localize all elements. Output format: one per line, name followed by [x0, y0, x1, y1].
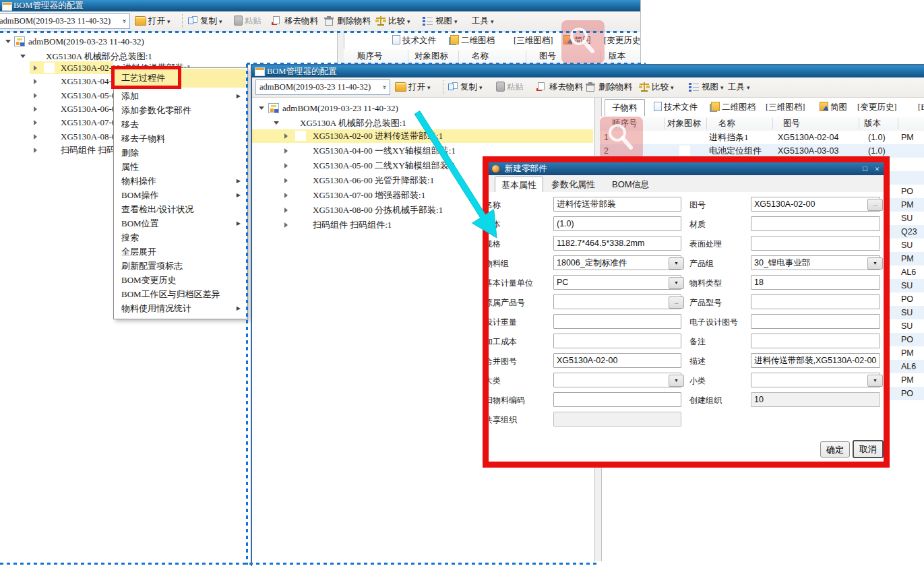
- table-row[interactable]: 1 进料挡条1 XG5130A-02-04 (1.0) PM: [600, 131, 924, 144]
- bom-item-icon: [295, 205, 306, 215]
- bom-item-icon: [44, 63, 55, 73]
- tab-2d-drawing[interactable]: 二维图档: [711, 99, 756, 115]
- tree-item-row[interactable]: XG5130A-02-00 进料传送带部装:1: [30, 61, 113, 74]
- view-button[interactable]: 视图: [689, 80, 724, 94]
- annotation-arrow: [404, 100, 512, 245]
- bom-root-icon: [268, 103, 279, 113]
- menu-item[interactable]: 全层展开: [115, 245, 246, 259]
- scales-icon: [639, 82, 650, 92]
- delete-material-button[interactable]: 删除物料: [324, 13, 371, 28]
- collapsed-arrow-icon[interactable]: [34, 79, 37, 84]
- open-button[interactable]: 打开: [395, 80, 431, 94]
- tab-3d-drawing[interactable]: [三维图档]: [514, 32, 553, 49]
- menu-item[interactable]: 物料使用情况统计 ▶: [115, 301, 246, 315]
- document-icon: [654, 102, 662, 111]
- table-row[interactable]: 2 电池定位组件 XG5130A-03-03 (1.0): [600, 144, 924, 158]
- window1-bom-combo[interactable]: admBOM(2019-03-23 11-40-32): [0, 13, 130, 29]
- submenu-arrow-icon: ▶: [237, 174, 241, 188]
- collapsed-arrow-icon[interactable]: [284, 193, 288, 198]
- selection-dashed-line: [247, 63, 646, 65]
- scales-icon: [375, 16, 386, 26]
- submenu-arrow-icon: ▶: [237, 188, 241, 202]
- menu-item[interactable]: BOM变更历史: [115, 273, 246, 287]
- paste-icon: [234, 15, 243, 26]
- open-button[interactable]: 打开: [135, 13, 171, 28]
- bom-item-icon: [44, 131, 55, 142]
- collapsed-arrow-icon[interactable]: [284, 133, 288, 139]
- tab-bom-cut[interactable]: [BO: [918, 99, 924, 115]
- paste-button[interactable]: 粘贴: [496, 80, 524, 94]
- tab-sub-material[interactable]: 子物料: [605, 99, 645, 116]
- window2-bom-combo[interactable]: admBOM(2019-03-23 11-40-32): [255, 80, 390, 95]
- menu-item[interactable]: 添加参数化零部件: [115, 103, 246, 117]
- menu-item[interactable]: BOM操作 ▶: [115, 188, 246, 202]
- collapsed-arrow-icon[interactable]: [284, 208, 288, 213]
- bom-item-icon: [295, 131, 306, 141]
- document-icon: [392, 35, 400, 44]
- collapsed-arrow-icon[interactable]: [284, 178, 288, 183]
- compare-button[interactable]: 比较: [639, 80, 674, 94]
- trash-icon: [586, 82, 596, 92]
- compare-button[interactable]: 比较: [375, 13, 410, 28]
- collapsed-arrow-icon[interactable]: [34, 65, 37, 71]
- menu-item[interactable]: 搜索: [115, 230, 246, 245]
- view-list-icon: [423, 16, 433, 26]
- collapsed-arrow-icon[interactable]: [34, 106, 37, 112]
- collapsed-arrow-icon[interactable]: [284, 163, 288, 168]
- expanded-arrow-icon[interactable]: [20, 55, 26, 58]
- tree-root-row[interactable]: admBOM(2019-03-23 11-40-32): [0, 35, 249, 48]
- bom-item-icon: [44, 90, 55, 100]
- trash-icon: [324, 16, 335, 26]
- tools-button[interactable]: 工具: [728, 80, 750, 94]
- expanded-arrow-icon[interactable]: [274, 121, 279, 125]
- collapsed-arrow-icon[interactable]: [34, 120, 37, 125]
- remove-material-button[interactable]: 移去物料: [536, 80, 583, 94]
- tab-change-history[interactable]: [变更历史]: [604, 32, 641, 49]
- collapsed-arrow-icon[interactable]: [284, 148, 288, 154]
- drawing-icon: [711, 102, 720, 111]
- menu-item[interactable]: 属性: [115, 160, 246, 174]
- paste-button[interactable]: 粘贴: [234, 13, 261, 28]
- window2-app-icon: [255, 67, 265, 76]
- window1-titlebar[interactable]: BOM管理器的配置: [0, 0, 640, 11]
- menu-item[interactable]: BOM工作区与归档区差异: [115, 287, 246, 301]
- copy-icon: [187, 16, 198, 26]
- collapsed-arrow-icon[interactable]: [34, 134, 37, 139]
- menu-item[interactable]: 刷新配置项标志: [115, 259, 246, 273]
- window1-app-icon: [2, 2, 12, 11]
- copy-button[interactable]: 复制: [448, 80, 483, 94]
- collapsed-arrow-icon[interactable]: [34, 93, 37, 98]
- menu-item[interactable]: 添加 ▶: [115, 89, 246, 103]
- delete-material-button[interactable]: 删除物料: [586, 80, 632, 94]
- bom-item-icon: [284, 118, 295, 128]
- tools-button[interactable]: 工具: [472, 13, 494, 28]
- collapsed-arrow-icon[interactable]: [284, 222, 288, 228]
- paste-icon: [496, 82, 505, 92]
- tab-sketch[interactable]: 简图: [820, 99, 847, 115]
- tab-tech-doc[interactable]: 技术文件: [392, 32, 436, 49]
- copy-button[interactable]: 复制: [187, 13, 222, 28]
- window2-toolbar: admBOM(2019-03-23 11-40-32) 打开 复制 粘贴 移去物…: [252, 77, 924, 98]
- menu-item[interactable]: 物料操作 ▶: [115, 174, 246, 188]
- remove-material-button[interactable]: 移去物料: [272, 13, 318, 28]
- expanded-arrow-icon[interactable]: [259, 106, 264, 110]
- bom-item-icon: [44, 145, 55, 155]
- annotation-red-box-dialog: [483, 156, 890, 468]
- menu-item[interactable]: BOM位置 ▶: [115, 216, 246, 230]
- sketch-icon: [820, 102, 828, 111]
- collapsed-arrow-icon[interactable]: [34, 148, 37, 153]
- submenu-arrow-icon: ▶: [237, 301, 241, 315]
- menu-item[interactable]: 删除: [115, 146, 246, 160]
- menu-item[interactable]: 移去: [115, 117, 246, 131]
- tab-change-history[interactable]: [变更历史]: [857, 99, 896, 115]
- view-button[interactable]: 视图: [423, 13, 458, 28]
- window2-titlebar[interactable]: BOM管理器的配置: [252, 65, 924, 77]
- menu-item[interactable]: 查看检出/设计状况: [115, 202, 246, 216]
- menu-item[interactable]: 移去子物料: [115, 131, 246, 146]
- tab-3d-drawing[interactable]: [三维图档]: [766, 99, 805, 115]
- expanded-arrow-icon[interactable]: [5, 40, 11, 43]
- tab-tech-doc[interactable]: 技术文件: [654, 99, 698, 115]
- bom-item-icon: [679, 146, 690, 156]
- tab-2d-drawing[interactable]: 二维图档: [450, 32, 495, 49]
- open-folder-icon: [395, 82, 406, 92]
